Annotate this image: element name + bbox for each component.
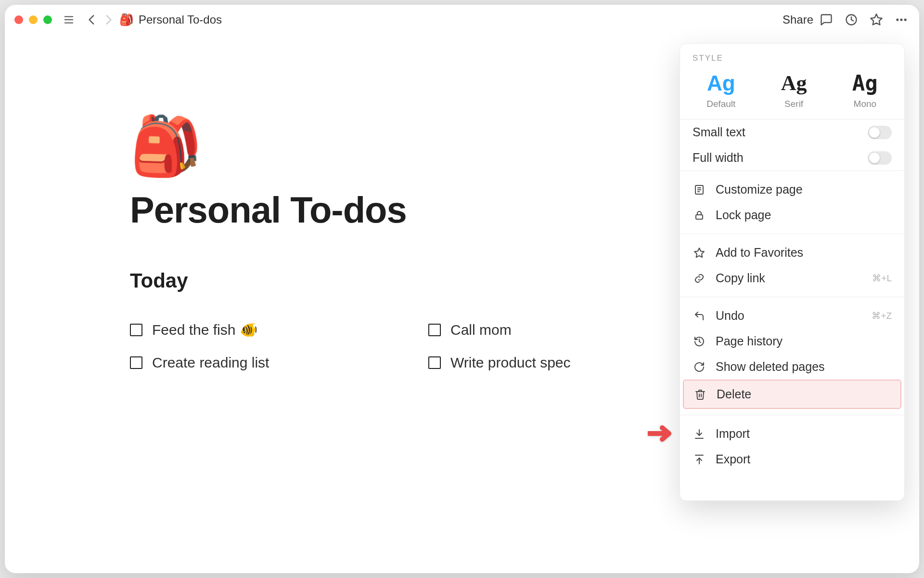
more-icon[interactable]: [893, 12, 910, 28]
menu-lock-page[interactable]: Lock page: [680, 202, 904, 228]
customize-icon: [693, 183, 706, 197]
forward-icon: [100, 12, 116, 28]
svg-point-5: [896, 18, 898, 21]
comments-icon[interactable]: [818, 12, 834, 28]
export-icon: [693, 453, 706, 466]
breadcrumb[interactable]: 🎒 Personal To-dos: [119, 13, 222, 26]
svg-marker-4: [871, 14, 882, 25]
star-icon: [693, 246, 706, 260]
history-icon: [693, 335, 706, 348]
updates-icon[interactable]: [843, 12, 860, 28]
font-serif[interactable]: Ag Serif: [781, 73, 807, 109]
style-section-label: STYLE: [680, 44, 904, 66]
back-icon[interactable]: [84, 12, 100, 28]
menu-customize-page[interactable]: Customize page: [680, 177, 904, 202]
menu-delete[interactable]: Delete: [683, 380, 901, 409]
todo-label: Feed the fish 🐠: [152, 321, 257, 338]
todo-label: Call mom: [450, 322, 512, 338]
menu-import[interactable]: Import: [680, 421, 904, 447]
close-window[interactable]: [14, 15, 23, 24]
menu-export[interactable]: Export: [680, 447, 904, 472]
sidebar-toggle-icon[interactable]: [61, 12, 77, 28]
menu-copy-link[interactable]: Copy link ⌘+L: [680, 265, 904, 291]
checkbox[interactable]: [130, 324, 142, 336]
svg-point-6: [900, 18, 902, 21]
minimize-window[interactable]: [29, 15, 38, 24]
favorite-icon[interactable]: [868, 12, 885, 28]
svg-marker-13: [694, 248, 704, 257]
zoom-window[interactable]: [43, 15, 52, 24]
breadcrumb-title: Personal To-dos: [139, 13, 222, 26]
import-icon: [693, 427, 706, 441]
checkbox[interactable]: [130, 356, 142, 369]
restore-icon: [693, 360, 706, 374]
menu-undo[interactable]: Undo ⌘+Z: [680, 303, 904, 328]
todo-item[interactable]: Call mom: [428, 321, 707, 338]
share-button[interactable]: Share: [783, 13, 813, 26]
menu-page-history[interactable]: Page history: [680, 328, 904, 354]
svg-point-7: [904, 18, 907, 21]
topbar: 🎒 Personal To-dos Share: [5, 5, 919, 35]
todo-item[interactable]: Create reading list: [130, 355, 409, 371]
page-options-menu: STYLE Ag Default Ag Serif Ag Mono Small …: [680, 43, 905, 501]
checkbox[interactable]: [428, 324, 441, 336]
checkbox[interactable]: [428, 356, 441, 369]
switch[interactable]: [868, 126, 892, 139]
breadcrumb-icon: 🎒: [119, 13, 134, 26]
menu-show-deleted[interactable]: Show deleted pages: [680, 354, 904, 380]
annotation-arrow-icon: [648, 423, 679, 444]
toggle-full-width[interactable]: Full width: [680, 145, 904, 171]
trash-icon: [693, 388, 707, 401]
font-mono[interactable]: Ag Mono: [852, 73, 878, 109]
menu-add-favorites[interactable]: Add to Favorites: [680, 240, 904, 265]
toggle-small-text[interactable]: Small text: [680, 119, 904, 145]
todo-label: Write product spec: [450, 355, 571, 371]
undo-icon: [693, 309, 706, 323]
font-default[interactable]: Ag Default: [706, 73, 735, 109]
switch[interactable]: [868, 151, 892, 165]
todo-item[interactable]: Feed the fish 🐠: [130, 321, 409, 338]
todo-label: Create reading list: [152, 355, 269, 371]
link-icon: [693, 272, 706, 285]
lock-icon: [693, 209, 706, 222]
svg-rect-12: [696, 215, 703, 219]
window-controls: [14, 15, 52, 24]
todo-item[interactable]: Write product spec: [428, 355, 707, 371]
